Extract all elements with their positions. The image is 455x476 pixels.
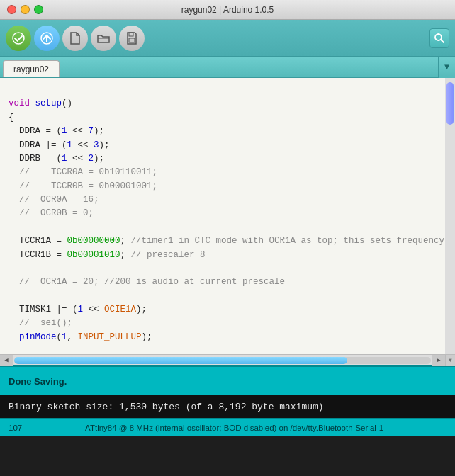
checkmark-icon: [12, 32, 25, 45]
toolbar: [0, 20, 455, 57]
maximize-button[interactable]: [34, 5, 43, 14]
svg-rect-4: [129, 38, 135, 42]
minimize-button[interactable]: [21, 5, 30, 14]
scroll-thumb-vertical[interactable]: [446, 82, 454, 125]
tab-dropdown-button[interactable]: ▼: [438, 57, 455, 78]
binary-message: Binary sketch size: 1,530 bytes (of a 8,…: [9, 402, 324, 412]
window-title: raygun02 | Arduino 1.0.5: [181, 5, 274, 15]
scroll-left-arrow[interactable]: ◀: [0, 355, 13, 366]
save-icon: [126, 32, 137, 45]
code-text[interactable]: void setup() { DDRA = (1 << 7); DDRA |= …: [0, 78, 445, 354]
title-bar: raygun02 | Arduino 1.0.5: [0, 0, 455, 20]
new-file-icon: [69, 32, 81, 45]
scroll-h-thumb[interactable]: [14, 357, 347, 364]
scroll-corner: ▼: [445, 355, 455, 366]
binary-info: Binary sketch size: 1,530 bytes (of a 8,…: [0, 395, 455, 418]
open-button[interactable]: [91, 26, 116, 51]
code-editor: void setup() { DDRA = (1 << 7); DDRA |= …: [0, 78, 455, 354]
vertical-scrollbar[interactable]: [445, 78, 455, 354]
tab-bar: raygun02: [0, 57, 455, 78]
open-folder-icon: [97, 33, 110, 44]
upload-icon: [40, 32, 53, 45]
board-info: ATtiny84 @ 8 MHz (internal oscillator; B…: [22, 424, 446, 432]
tab-bar-wrapper: raygun02 ▼: [0, 57, 455, 78]
verify-button[interactable]: [6, 26, 31, 51]
search-button[interactable]: [429, 28, 449, 48]
scroll-h-track[interactable]: [14, 357, 431, 364]
console-status: Done Saving.: [0, 366, 455, 395]
svg-line-6: [441, 40, 444, 42]
status-bar: 107 ATtiny84 @ 8 MHz (internal oscillato…: [0, 418, 455, 436]
close-button[interactable]: [7, 5, 16, 14]
line-number: 107: [9, 424, 22, 432]
search-icon: [434, 33, 445, 44]
tab-raygun02[interactable]: raygun02: [3, 60, 60, 77]
scroll-right-arrow[interactable]: ▶: [432, 355, 445, 366]
save-button[interactable]: [119, 26, 145, 51]
console-message: Done Saving.: [9, 376, 67, 387]
horizontal-scrollbar[interactable]: ◀ ▶ ▼: [0, 354, 455, 366]
window-controls: [7, 5, 43, 14]
upload-button[interactable]: [34, 26, 60, 51]
new-button[interactable]: [62, 26, 88, 51]
